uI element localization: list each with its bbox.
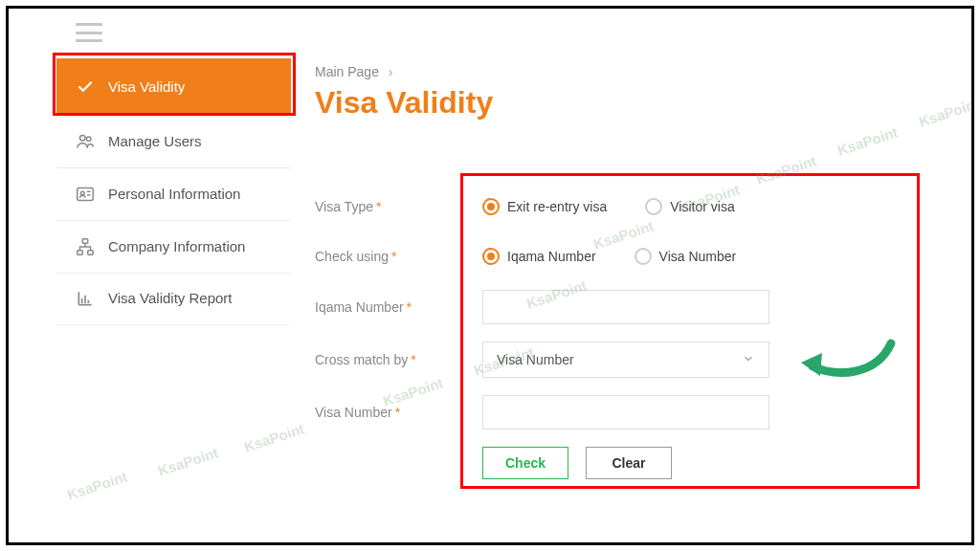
sidebar-item-visa-validity[interactable]: Visa Validity	[56, 58, 291, 116]
visa-validity-form: Visa Type* Exit re-entry visa Visitor vi…	[315, 190, 927, 479]
chevron-right-icon: ›	[389, 64, 393, 79]
svg-point-3	[80, 192, 84, 196]
chevron-down-icon	[742, 352, 755, 368]
iqama-number-input[interactable]	[482, 290, 769, 324]
sidebar-item-label: Visa Validity Report	[108, 289, 233, 308]
sidebar-item-company-information[interactable]: Company Information	[56, 221, 291, 274]
radio-exit-reentry-visa[interactable]: Exit re-entry visa	[482, 198, 607, 215]
sidebar-item-personal-information[interactable]: Personal Information	[56, 168, 291, 221]
label-iqama-number: Iqama Number*	[315, 299, 482, 315]
svg-rect-2	[78, 188, 94, 201]
visa-type-radio-group: Exit re-entry visa Visitor visa	[482, 198, 735, 215]
label-visa-type: Visa Type*	[315, 199, 482, 214]
check-button[interactable]: Check	[482, 447, 568, 479]
page-title: Visa Validity	[315, 85, 493, 121]
radio-visa-number[interactable]: Visa Number	[635, 248, 737, 265]
svg-point-0	[80, 136, 86, 142]
sidebar-item-visa-validity-report[interactable]: Visa Validity Report	[56, 274, 291, 324]
hamburger-menu-icon[interactable]	[76, 23, 102, 42]
sidebar-item-label: Visa Validity	[108, 77, 185, 97]
sidebar-item-label: Company Information	[108, 237, 245, 256]
svg-point-1	[86, 137, 91, 142]
sidebar-item-label: Manage Users	[108, 132, 202, 151]
sidebar-item-label: Personal Information	[108, 185, 240, 204]
visa-number-input[interactable]	[482, 395, 769, 430]
label-visa-number: Visa Number*	[315, 405, 482, 420]
id-card-icon	[74, 184, 97, 205]
cross-match-select[interactable]: Visa Number	[482, 342, 769, 378]
label-cross-match: Cross match by*	[315, 352, 482, 367]
svg-rect-7	[78, 251, 83, 255]
app-frame: Visa Validity Manage Users Personal Info…	[6, 6, 974, 545]
radio-visitor-visa[interactable]: Visitor visa	[645, 198, 734, 215]
org-chart-icon	[74, 236, 97, 257]
svg-rect-8	[88, 251, 94, 255]
breadcrumb: Main Page ›	[315, 64, 393, 79]
label-check-using: Check using*	[315, 249, 482, 264]
breadcrumb-root[interactable]: Main Page	[315, 64, 379, 79]
clear-button[interactable]: Clear	[586, 447, 672, 479]
sidebar: Visa Validity Manage Users Personal Info…	[56, 58, 291, 325]
check-icon	[74, 78, 97, 96]
svg-rect-6	[82, 239, 88, 244]
sidebar-item-manage-users[interactable]: Manage Users	[56, 116, 291, 168]
bar-chart-icon	[74, 289, 97, 308]
radio-iqama-number[interactable]: Iqama Number	[482, 248, 596, 265]
users-icon	[74, 131, 97, 152]
check-using-radio-group: Iqama Number Visa Number	[482, 248, 736, 265]
